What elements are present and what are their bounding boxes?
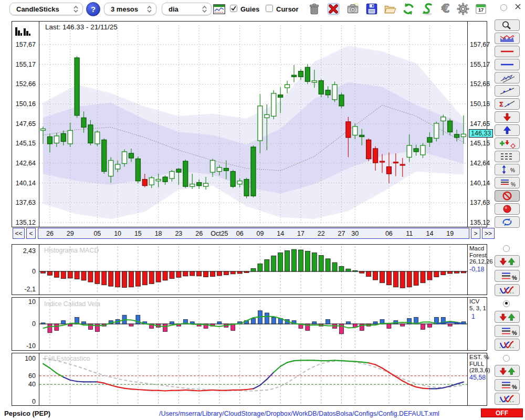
macd-bar (312, 253, 317, 271)
stoch-k-line (226, 390, 233, 391)
euro-icon[interactable]: € (439, 2, 453, 16)
grouplines-icon: % (497, 271, 518, 281)
snapshot-icon[interactable] (346, 2, 360, 16)
sell-arrow-tool[interactable] (495, 111, 520, 123)
stoch-k-line (64, 377, 70, 380)
mini-chart-icon[interactable] (213, 4, 225, 14)
stoch-k-line (50, 368, 57, 373)
icv-chart[interactable] (39, 298, 467, 350)
stoch-k-line (348, 361, 355, 362)
candle-body (373, 149, 378, 163)
svg-text:€: € (441, 2, 450, 15)
candlestick-chart[interactable] (39, 22, 467, 226)
candle-body (407, 145, 412, 158)
period-select[interactable]: 3 mesos (104, 3, 156, 15)
svg-text:%: % (512, 330, 517, 336)
icv-signals-button[interactable] (495, 311, 520, 323)
lines-percent-tool[interactable]: % (495, 177, 520, 188)
off-button[interactable]: OFF (481, 408, 523, 417)
timeframe-select[interactable]: dia (162, 3, 212, 15)
macd-params-button[interactable]: % (495, 270, 520, 282)
y-axis-label: 140,14 (14, 180, 36, 187)
nav-first-button[interactable]: << (13, 228, 25, 239)
macd-bar (163, 271, 167, 280)
stoch-signals-button[interactable] (495, 365, 520, 377)
curves-icon (497, 340, 518, 350)
y-axis-label: 155,17 (470, 61, 490, 68)
levels-tool[interactable] (495, 151, 520, 162)
macd-radio[interactable] (503, 245, 510, 252)
icv-radio[interactable] (503, 300, 510, 307)
stoch-k-line (70, 380, 77, 382)
macd-bar (183, 271, 188, 276)
stoch-curves-button[interactable] (495, 393, 520, 405)
y-axis-label: 157,67 (470, 41, 490, 48)
sync-icon[interactable] (421, 2, 434, 16)
stoch-k-line (314, 360, 321, 361)
vrange-icon: % (497, 164, 518, 175)
stoch-k-line (124, 388, 131, 390)
candle-body (366, 140, 371, 159)
stoch-chart[interactable] (39, 353, 467, 405)
macd-bar (265, 259, 269, 271)
delete-icon[interactable] (327, 2, 340, 16)
stoch-k-line (274, 366, 280, 372)
channel-tool[interactable] (495, 72, 520, 83)
icv-params-button[interactable]: % (495, 325, 520, 337)
zoom-tool[interactable] (495, 19, 520, 31)
settings-icon[interactable] (456, 2, 470, 16)
grouplines-icon: % (497, 380, 518, 391)
refresh-icon[interactable] (402, 2, 415, 16)
cursor-checkbox[interactable] (266, 5, 273, 12)
icv-bar (41, 323, 45, 324)
macd-curves-button[interactable] (495, 284, 520, 296)
buy-arrow-tool[interactable] (495, 124, 520, 136)
icv-bar (326, 320, 330, 324)
blue-hline-tool[interactable] (495, 59, 520, 70)
save-icon[interactable] (365, 2, 379, 16)
date-label: 23 (175, 230, 182, 237)
close-icon[interactable] (514, 3, 521, 10)
trendline-tool[interactable] (495, 85, 520, 97)
range-percent-tool[interactable]: % (495, 164, 520, 175)
macd-value: -0,18 (469, 266, 485, 273)
open-folder-icon[interactable] (383, 2, 397, 16)
reload-tool[interactable] (495, 216, 520, 228)
macd-bar (190, 271, 195, 276)
nav-last-button[interactable]: >> (482, 228, 495, 239)
macd-bar (47, 271, 52, 275)
date-label: 19 (446, 230, 454, 237)
candle-body (68, 130, 72, 144)
svg-text:%: % (512, 384, 517, 390)
macd-bar (427, 271, 432, 280)
y-axis-label: 147,65 (470, 120, 490, 128)
stoch-k-line (341, 361, 348, 361)
help-button[interactable]: ? (86, 2, 100, 16)
disable-tool[interactable] (495, 190, 520, 202)
macd-signals-button[interactable] (495, 255, 520, 267)
toolbar-radio[interactable] (500, 4, 507, 11)
calendar-icon[interactable]: 17 (474, 2, 488, 16)
chart-style-tool[interactable] (495, 33, 520, 44)
y-axis-label: 145,15 (14, 140, 36, 147)
record-tool[interactable] (495, 203, 520, 215)
add-marker-tool[interactable] (495, 138, 520, 149)
y-axis-label: 0 (14, 320, 36, 328)
trash-icon[interactable] (307, 2, 321, 16)
candle-body (170, 172, 174, 179)
guies-checkbox[interactable] (230, 5, 237, 12)
grouplines-icon: % (497, 326, 518, 337)
stoch-k-line (335, 360, 342, 361)
date-axis[interactable]: 2629051015182326Oct250609141722273006111… (38, 228, 469, 239)
regression-tool[interactable]: Σ (495, 98, 520, 110)
stoch-params-button[interactable]: % (495, 379, 520, 391)
icv-curves-button[interactable] (495, 339, 520, 351)
stoch-radio[interactable] (503, 355, 510, 362)
macd-bar (116, 271, 120, 287)
macd-chart[interactable] (39, 245, 467, 295)
chart-type-select[interactable]: CandleSticks (9, 3, 83, 15)
nav-prev-button[interactable]: < (26, 228, 36, 239)
candle-body (75, 58, 79, 116)
red-hline-tool[interactable] (495, 46, 520, 57)
nav-next-button[interactable]: > (471, 228, 480, 239)
